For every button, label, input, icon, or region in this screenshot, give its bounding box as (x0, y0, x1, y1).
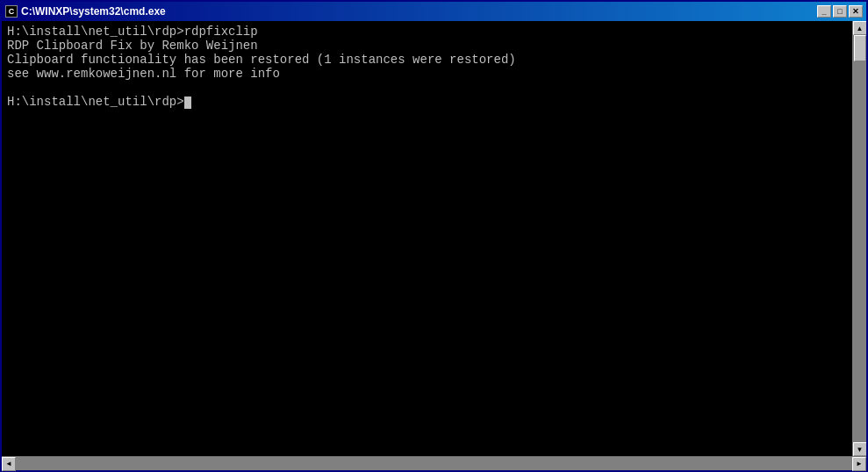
maximize-button[interactable]: □ (833, 5, 847, 18)
title-bar-buttons: _ □ ✕ (817, 5, 863, 18)
terminal-line6: H:\install\net_util\rdp> (7, 95, 184, 109)
scroll-right-button[interactable]: ► (852, 457, 866, 471)
scroll-left-button[interactable]: ◄ (2, 457, 16, 471)
terminal-line2: RDP Clipboard Fix by Remko Weijnen (7, 39, 258, 53)
cmd-window: C C:\WINXP\system32\cmd.exe _ □ ✕ H:\ins… (0, 0, 868, 472)
cmd-icon: C (5, 5, 18, 18)
terminal-line3: Clipboard functionality has been restore… (7, 53, 516, 67)
cmd-body: H:\install\net_util\rdp>rdpfixclip RDP C… (2, 21, 866, 456)
scrollbar-thumb[interactable] (854, 35, 866, 61)
close-button[interactable]: ✕ (849, 5, 863, 18)
scrollbar-track[interactable] (853, 35, 866, 442)
scroll-down-button[interactable]: ▼ (853, 442, 867, 456)
horizontal-scrollbar: ◄ ► (2, 456, 866, 470)
title-bar: C C:\WINXP\system32\cmd.exe _ □ ✕ (2, 2, 866, 21)
terminal-line4: see www.remkoweijnen.nl for more info (7, 67, 280, 81)
title-bar-left: C C:\WINXP\system32\cmd.exe (5, 5, 166, 18)
horizontal-scrollbar-track[interactable] (16, 457, 852, 470)
scroll-up-button[interactable]: ▲ (853, 21, 867, 35)
vertical-scrollbar: ▲ ▼ (852, 21, 866, 456)
terminal-cursor (184, 97, 191, 109)
terminal-line1: H:\install\net_util\rdp>rdpfixclip (7, 25, 258, 39)
window-title: C:\WINXP\system32\cmd.exe (21, 5, 166, 18)
terminal-output[interactable]: H:\install\net_util\rdp>rdpfixclip RDP C… (2, 21, 852, 456)
minimize-button[interactable]: _ (817, 5, 831, 18)
